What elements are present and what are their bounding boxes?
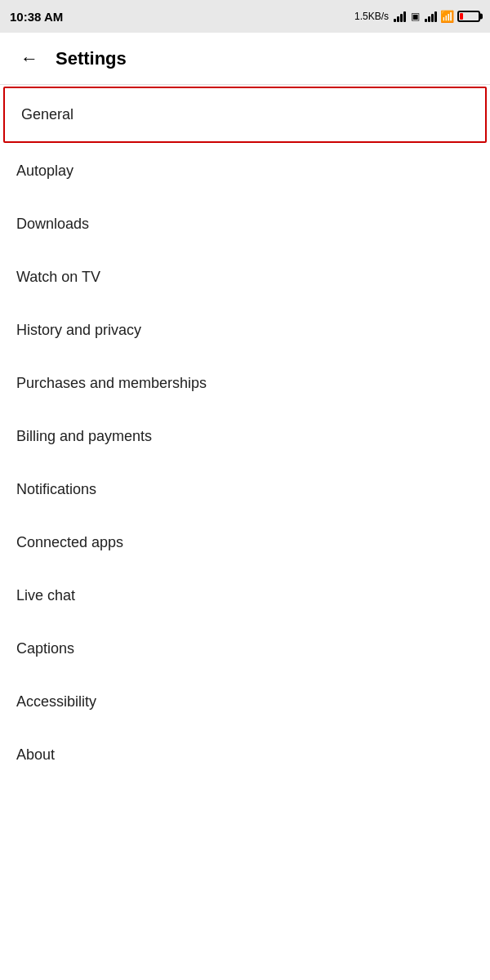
settings-item-about[interactable]: About	[0, 728, 490, 782]
settings-label-watch-on-tv: Watch on TV	[16, 269, 100, 286]
settings-item-downloads[interactable]: Downloads	[0, 198, 490, 251]
back-button[interactable]: ←	[13, 42, 46, 75]
settings-item-captions[interactable]: Captions	[0, 622, 490, 675]
signal-bars-1	[394, 11, 406, 22]
network-speed: 1.5KB/s	[354, 11, 389, 22]
settings-label-billing-and-payments: Billing and payments	[16, 428, 152, 445]
settings-item-history-and-privacy[interactable]: History and privacy	[0, 304, 490, 357]
settings-label-connected-apps: Connected apps	[16, 534, 123, 551]
settings-item-live-chat[interactable]: Live chat	[0, 569, 490, 622]
settings-label-captions: Captions	[16, 640, 74, 657]
status-time: 10:38 AM	[10, 10, 63, 24]
status-bar: 10:38 AM 1.5KB/s ▣ 📶	[0, 0, 490, 33]
sim-icon: ▣	[411, 11, 420, 22]
settings-list: GeneralAutoplayDownloadsWatch on TVHisto…	[0, 87, 490, 782]
settings-item-notifications[interactable]: Notifications	[0, 463, 490, 516]
status-icons: 1.5KB/s ▣ 📶	[354, 10, 480, 23]
back-arrow-icon: ←	[20, 50, 38, 68]
settings-item-autoplay[interactable]: Autoplay	[0, 145, 490, 198]
wifi-icon: 📶	[440, 10, 454, 23]
battery-fill	[460, 13, 463, 20]
settings-label-autoplay: Autoplay	[16, 163, 74, 180]
settings-label-general: General	[21, 106, 74, 123]
settings-item-purchases-and-memberships[interactable]: Purchases and memberships	[0, 357, 490, 410]
page-title: Settings	[56, 48, 127, 69]
settings-label-notifications: Notifications	[16, 481, 96, 498]
settings-item-watch-on-tv[interactable]: Watch on TV	[0, 251, 490, 304]
settings-label-history-and-privacy: History and privacy	[16, 322, 141, 339]
settings-label-about: About	[16, 746, 55, 764]
settings-label-purchases-and-memberships: Purchases and memberships	[16, 375, 207, 392]
settings-label-downloads: Downloads	[16, 216, 89, 233]
settings-label-live-chat: Live chat	[16, 587, 75, 604]
settings-item-billing-and-payments[interactable]: Billing and payments	[0, 410, 490, 463]
settings-item-accessibility[interactable]: Accessibility	[0, 675, 490, 728]
settings-item-connected-apps[interactable]: Connected apps	[0, 516, 490, 569]
settings-item-general[interactable]: General	[3, 87, 487, 143]
header: ← Settings	[0, 33, 490, 85]
battery-icon	[457, 11, 480, 22]
settings-label-accessibility: Accessibility	[16, 693, 96, 710]
signal-bars-2	[425, 11, 437, 22]
